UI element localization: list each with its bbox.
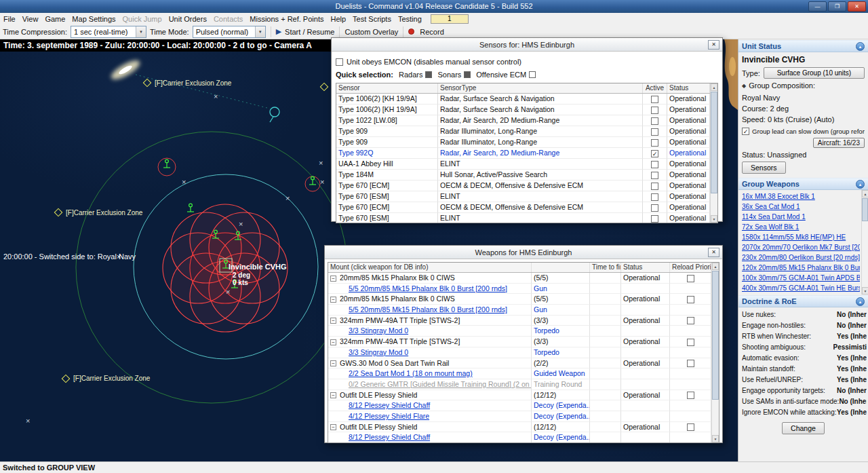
group-weapon-link[interactable]: 1580x 114mm/55 Mk8 HE(MP) HE xyxy=(742,232,860,242)
group-composition-link[interactable]: ◆ Group Composition: xyxy=(742,81,865,90)
weapon-db-link[interactable]: 3/3 Stingray Mod 0 xyxy=(349,348,408,356)
menu-unit-orders[interactable]: Unit Orders xyxy=(165,15,210,23)
group-weapon-link[interactable]: 114x Sea Dart Mod 1 xyxy=(742,212,860,222)
collapse-icon[interactable]: ▲ xyxy=(856,42,865,51)
sensor-active-checkbox[interactable] xyxy=(651,139,658,147)
notification-close-icon[interactable]: × xyxy=(117,252,121,261)
quick-option-checkbox[interactable] xyxy=(425,71,432,78)
weapon-row[interactable]: 5/5 20mm/85 Mk15 Phalanx Blk 0 Burst [20… xyxy=(328,305,711,316)
unknown-contact-icon[interactable] xyxy=(270,107,279,122)
menu-quick-jump[interactable]: Quick Jump xyxy=(119,15,165,23)
sensor-row[interactable]: Type 670 [ESM]ELINTOperational xyxy=(336,191,710,202)
menu-map-settings[interactable]: Map Settings xyxy=(68,15,119,23)
sensor-active-checkbox[interactable] xyxy=(651,117,658,125)
restore-icon[interactable]: ❐ xyxy=(828,1,846,12)
weapon-db-link[interactable]: 5/5 20mm/85 Mk15 Phalanx Blk 0 Burst [20… xyxy=(349,305,507,314)
weapon-mount-row[interactable]: −GWS.30 Mod 0 Sea Dart Twin Rail(2/2)Ope… xyxy=(328,358,711,369)
reload-priority-checkbox[interactable] xyxy=(687,360,694,367)
weapon-db-link[interactable]: 5/5 20mm/85 Mk15 Phalanx Blk 0 Burst [20… xyxy=(349,284,507,292)
reload-priority-checkbox[interactable] xyxy=(687,423,694,431)
window-titlebar[interactable]: Duelists - Command v1.04 Release Candida… xyxy=(0,0,868,13)
menu-test-scripts[interactable]: Test Scripts xyxy=(349,15,395,23)
sensor-row[interactable]: Type 909Radar Illuminator, Long-RangeOpe… xyxy=(336,126,710,137)
weapon-row[interactable]: 5/5 20mm/85 Mk15 Phalanx Blk 0 Burst [20… xyxy=(328,284,711,295)
reload-priority-checkbox[interactable] xyxy=(687,296,694,303)
weapon-row[interactable]: 2/2 Sea Dart Mod 1 (18 on mount mag)Guid… xyxy=(328,368,711,379)
quick-option-checkbox[interactable] xyxy=(529,71,536,78)
group-weapons-scrollbar[interactable]: ▲ ▼ xyxy=(861,190,868,295)
collapse-toggle-icon[interactable]: − xyxy=(330,424,336,430)
weapons-table-scrollbar[interactable]: ▲ ▼ xyxy=(711,263,719,442)
sensor-row[interactable]: Type 1006(2) [KH 19/9A]Radar, Surface Se… xyxy=(336,105,710,115)
collapse-toggle-icon[interactable]: − xyxy=(330,360,336,366)
start-resume-button[interactable]: Start / Resume xyxy=(285,28,334,36)
group-weapon-link[interactable]: 72x Sea Wolf Blk 1 xyxy=(742,222,860,232)
scroll-down-icon[interactable]: ▼ xyxy=(712,435,719,442)
group-weapon-link[interactable]: 2070x 20mm/70 Oerlikon Mk7 Burst [20 ... xyxy=(742,242,860,252)
custom-overlay-button[interactable]: Custom Overlay xyxy=(344,28,398,36)
sensors-button[interactable]: Sensors xyxy=(742,162,786,174)
menu-missions-ref-points[interactable]: Missions + Ref. Points xyxy=(246,15,327,23)
weapon-db-link[interactable]: 4/12 Plessey Shield Flare xyxy=(349,412,429,420)
sensor-active-checkbox[interactable]: ✓ xyxy=(651,150,658,157)
play-icon[interactable]: ▶ xyxy=(276,27,281,36)
collapse-toggle-icon[interactable]: − xyxy=(330,392,336,398)
sensor-row[interactable]: Type 670 [ECM]OECM & DECM, Offensive & D… xyxy=(336,181,710,191)
scroll-thumb[interactable] xyxy=(711,92,717,193)
weapon-row[interactable]: 8/12 Plessey Shield ChaffDecoy (Expenda.… xyxy=(328,400,711,411)
sensor-active-checkbox[interactable] xyxy=(651,172,658,179)
reload-priority-checkbox[interactable] xyxy=(687,317,694,324)
reload-priority-checkbox[interactable] xyxy=(687,339,694,346)
weapon-mount-row[interactable]: −20mm/85 Mk15 Phalanx Blk 0 CIWS(5/5)Ope… xyxy=(328,273,711,284)
quick-option-checkbox[interactable] xyxy=(464,71,471,78)
weapon-row[interactable]: 3/3 Stingray Mod 0Torpedo xyxy=(328,347,711,358)
group-lead-checkbox[interactable]: ✓ xyxy=(742,128,749,135)
reload-priority-checkbox[interactable] xyxy=(687,392,694,399)
group-weapon-link[interactable]: 230x 20mm/80 Oerlikon Burst [20 rnds] xyxy=(742,252,860,263)
sensor-row[interactable]: Type 670 [ECM]OECM & DECM, Offensive & D… xyxy=(336,202,710,213)
weapon-db-link[interactable]: 8/12 Plessey Shield Chaff xyxy=(349,433,430,441)
sensor-active-checkbox[interactable] xyxy=(651,204,658,212)
sensors-table-scrollbar[interactable]: ▲ ▼ xyxy=(710,83,717,223)
group-weapon-link[interactable]: 100x 30mm/75 GCM-A01 Twin APDS Bur... xyxy=(742,273,860,283)
sensors-dialog-titlebar[interactable]: Sensors for: HMS Edinburgh ✕ xyxy=(332,38,722,52)
weapon-row[interactable]: 3/3 Stingray Mod 0Torpedo xyxy=(328,326,711,337)
sensor-row[interactable]: Type 1006(2) [KH 19/9A]Radar, Surface Se… xyxy=(336,94,710,105)
scroll-thumb[interactable] xyxy=(862,198,868,221)
unit-type-button[interactable]: Surface Group (10 units) xyxy=(764,67,865,79)
scroll-up-icon[interactable]: ▲ xyxy=(712,263,719,270)
time-compression-select[interactable]: 1 sec (real-time) ▼ xyxy=(71,26,146,38)
aircraft-button[interactable]: Aircraft: 16/23 xyxy=(813,138,865,148)
sensor-active-checkbox[interactable] xyxy=(651,96,658,103)
weapon-row[interactable]: 8/12 Plessey Shield ChaffDecoy (Expenda.… xyxy=(328,432,711,443)
group-weapon-link[interactable]: 16x MM.38 Exocet Blk 1 xyxy=(742,191,860,202)
scroll-thumb[interactable] xyxy=(712,271,719,400)
sensor-row[interactable]: UAA-1 Abbey HillELINTOperational xyxy=(336,159,710,170)
collapse-icon[interactable]: ▲ xyxy=(856,180,865,189)
sensor-active-checkbox[interactable] xyxy=(651,193,658,201)
group-weapon-link[interactable]: 36x Sea Cat Mod 1 xyxy=(742,202,860,212)
weapon-mount-row[interactable]: −20mm/85 Mk15 Phalanx Blk 0 CIWS(5/5)Ope… xyxy=(328,294,711,305)
menubar-number-input[interactable] xyxy=(431,14,469,24)
time-mode-select[interactable]: Pulsed (normal) ▼ xyxy=(193,26,266,38)
collapse-toggle-icon[interactable]: − xyxy=(330,276,336,282)
collapse-icon[interactable]: ▲ xyxy=(856,297,865,306)
sensor-active-checkbox[interactable] xyxy=(651,215,658,223)
scroll-up-icon[interactable]: ▲ xyxy=(862,190,868,197)
sensor-row[interactable]: Type 909Radar Illuminator, Long-RangeOpe… xyxy=(336,137,710,148)
scroll-down-icon[interactable]: ▼ xyxy=(711,215,717,223)
collapse-toggle-icon[interactable]: − xyxy=(330,339,336,345)
scroll-up-icon[interactable]: ▲ xyxy=(711,83,717,91)
sensor-row[interactable]: Type 184MHull Sonar, Active/Passive Sear… xyxy=(336,170,710,181)
collapse-toggle-icon[interactable]: − xyxy=(330,318,336,324)
close-icon[interactable]: ✕ xyxy=(708,40,719,50)
group-weapon-link[interactable]: 120x 20mm/85 Mk15 Phalanx Blk 0 Burst... xyxy=(742,263,860,273)
menu-help[interactable]: Help xyxy=(327,15,349,23)
collapse-toggle-icon[interactable]: − xyxy=(330,297,336,303)
emcon-checkbox[interactable] xyxy=(336,58,343,66)
close-icon[interactable]: ✕ xyxy=(848,1,866,12)
sensor-active-checkbox[interactable] xyxy=(651,107,658,114)
change-button[interactable]: Change xyxy=(782,422,825,434)
group-weapon-link[interactable]: 400x 30mm/75 GCM-A01 Twin HE Burst ... xyxy=(742,283,860,293)
menu-view[interactable]: View xyxy=(19,15,42,23)
